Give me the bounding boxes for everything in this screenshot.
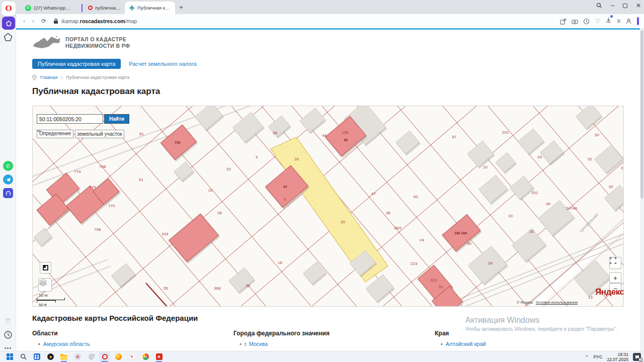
url-domain: roscadastres.com [80, 18, 125, 24]
telegram-sidebar-icon[interactable] [3, 174, 13, 185]
footer-link-altai[interactable]: Алтайский край [441, 341, 486, 347]
breadcrumb-home[interactable]: Главная [40, 75, 57, 80]
chevron-down-icon [37, 130, 41, 132]
footer-link-moscow[interactable]: г. Москва [239, 341, 268, 347]
cadastral-number-input[interactable] [37, 114, 103, 124]
breadcrumb: Главная › Публичная кадастровая карта [32, 74, 129, 80]
aria-ai-button[interactable] [2, 17, 15, 30]
svg-text:779: 779 [108, 204, 115, 208]
layers-button[interactable] [38, 278, 52, 292]
fullscreen-button[interactable] [609, 257, 621, 269]
whatsapp-sidebar-icon[interactable]: ✆ [3, 161, 13, 171]
footer-link-amur[interactable]: Амурская область [38, 341, 90, 347]
grid-app-icon[interactable] [31, 352, 42, 362]
running-indicator [61, 361, 67, 362]
find-button[interactable]: Найти [104, 114, 129, 124]
svg-text:55: 55 [164, 286, 168, 291]
maximize-button[interactable] [623, 4, 627, 8]
map-search: Найти [37, 114, 129, 124]
sidebar-toggle[interactable] [637, 17, 639, 25]
definition-row: Определение земельный участок [37, 130, 124, 138]
yandex-logo[interactable]: Яндекс [595, 287, 624, 297]
clock[interactable]: 18:31 22.07.2025 [607, 352, 628, 362]
svg-text:49: 49 [546, 202, 550, 206]
download-icon[interactable] [605, 17, 612, 26]
footer-col-cities: Города федерального значения [233, 330, 330, 337]
footer-col-regions: Области [32, 330, 58, 337]
opera-logo-icon[interactable]: O [2, 2, 16, 16]
close-button[interactable]: ✕ [636, 2, 641, 9]
taskbar-search-icon[interactable] [18, 352, 29, 362]
whatsapp-icon: ✆ [25, 5, 31, 11]
svg-text:243: 243 [162, 232, 169, 236]
url-field[interactable]: ikamap.roscadastres.com/map [53, 18, 560, 24]
file-explorer-icon[interactable] [58, 352, 69, 362]
tab-cadastre-1[interactable]: публичная кадастровая [75, 2, 125, 14]
snapshot-icon[interactable] [572, 18, 578, 25]
yandex-browser-icon[interactable]: Y [126, 352, 137, 362]
reload-button[interactable]: ⟳ [41, 18, 46, 25]
bookmark-heart-icon[interactable]: ♡ [595, 18, 600, 25]
site-logo[interactable]: ПОРТАЛ О КАДАСТРЕНЕДВИЖИМОСТИ В РФ [32, 35, 130, 50]
firefox-icon[interactable] [113, 352, 124, 362]
menu-icon[interactable]: ≡ [617, 18, 620, 25]
history-clock-icon[interactable] [3, 330, 13, 340]
scrollbar-thumb[interactable] [640, 30, 643, 199]
svg-text:50: 50 [414, 195, 418, 199]
terms-link[interactable]: Условия использования [536, 300, 578, 305]
svg-text:51: 51 [439, 285, 443, 289]
tab-whatsapp[interactable]: ✆ (27) WhatsApp Business [21, 2, 75, 14]
object-type-select[interactable]: земельный участок [75, 130, 124, 138]
running-indicator [102, 361, 108, 362]
svg-text:50: 50 [467, 241, 471, 246]
breadcrumb-current: Публичная кадастровая карта [66, 75, 129, 80]
svg-text:36: 36 [386, 211, 390, 215]
extent-button[interactable] [40, 262, 51, 274]
notification-icon[interactable]: 3 [633, 353, 641, 361]
page-scrollbar[interactable] [640, 28, 644, 351]
yellow-circle-app-icon[interactable] [45, 352, 56, 362]
opera-sidebar: ✆ ♡ ••• [0, 28, 16, 351]
vk-messenger-sidebar-icon[interactable] [3, 188, 13, 198]
search-window-icon[interactable] [596, 3, 602, 9]
new-tab-button[interactable]: + [177, 4, 185, 12]
language-indicator[interactable]: РУС [593, 354, 602, 359]
svg-text:50: 50 [595, 133, 599, 137]
chrome-icon[interactable] [140, 352, 151, 362]
cadastral-map[interactable]: Центральная 72016а 16а4547 5179877977977… [32, 106, 624, 307]
tray-expand-icon[interactable]: ⌃ [585, 354, 589, 360]
tab-cadastre-active[interactable]: Публичная кадастровая [125, 2, 175, 14]
minimize-button[interactable]: – [611, 2, 614, 9]
shield-icon[interactable] [583, 18, 590, 25]
nav-land-tax-link[interactable]: Расчет земельного налога [129, 61, 196, 67]
nav-public-map-button[interactable]: Публичная кадастровая карта [32, 59, 121, 69]
url-subdomain: ikamap. [61, 18, 80, 24]
russia-map-icon [32, 35, 61, 50]
tray-date: 22.07.2025 [607, 357, 628, 362]
likes-icon[interactable]: ♡ [3, 316, 13, 326]
photos-app-icon[interactable] [72, 352, 83, 362]
acrobat-icon[interactable]: A [153, 352, 165, 362]
share-icon[interactable] [560, 18, 567, 25]
tab-separator [82, 4, 83, 12]
download-badge [610, 15, 613, 18]
back-button[interactable]: ‹ [23, 18, 25, 25]
svg-text:9: 9 [256, 155, 258, 159]
pinboard-icon[interactable] [3, 32, 13, 42]
zoom-in-button[interactable]: + [609, 273, 621, 283]
pin-icon [32, 74, 37, 80]
profile-icon[interactable] [625, 18, 632, 25]
running-indicator [156, 361, 162, 362]
forward-button[interactable]: › [32, 18, 34, 25]
svg-text:10Б: 10Б [342, 130, 349, 135]
svg-text:30: 30 [246, 284, 250, 288]
svg-text:26/2: 26/2 [394, 226, 402, 230]
taskbar-opera-icon[interactable] [99, 352, 110, 362]
start-button[interactable] [4, 352, 15, 362]
feather-app-icon[interactable] [86, 352, 97, 362]
svg-text:47: 47 [283, 185, 287, 189]
address-bar: ‹ › ⟳ ikamap.roscadastres.com/map ♡ ≡ [16, 14, 644, 28]
scale-meters: 10 m [37, 293, 65, 298]
svg-text:22: 22 [226, 167, 231, 171]
svg-text:26: 26 [529, 229, 534, 234]
